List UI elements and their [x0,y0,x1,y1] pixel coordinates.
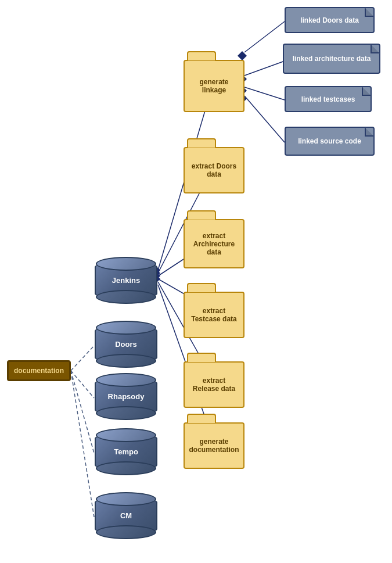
folder-extract-testcase: extract Testcase data [184,283,244,338]
folder-generate-linkage: generate linkage [184,51,244,112]
doc-linked-arch: linked architecture data [283,44,380,74]
folder-extract-arch: extract Archirecture data [184,210,244,268]
folder-extract-release: extract Release data [184,353,244,408]
cylinder-doors-label: Doors [115,340,137,349]
doc-linked-testcases-label: linked testcases [301,95,355,103]
svg-line-12 [71,371,94,453]
cylinder-rhapsody: Rhapsody [94,375,158,418]
doc-linked-source-label: linked source code [298,137,361,145]
svg-line-9 [244,96,285,142]
cylinder-jenkins: Jenkins [94,259,158,302]
folder-extract-testcase-label: extract Testcase data [184,292,244,338]
svg-line-8 [244,87,285,100]
folder-generate-doc: generate documentation [184,414,244,469]
folder-extract-arch-label: extract Archirecture data [184,219,244,268]
cylinder-doors: Doors [94,322,158,366]
svg-line-10 [71,346,94,371]
cylinder-cm: CM [94,494,158,537]
doc-linked-arch-label: linked architecture data [293,55,371,63]
svg-line-7 [244,61,285,76]
folder-extract-doors-label: extract Doors data [184,147,244,193]
cylinder-tempo: Tempo [94,430,158,474]
cylinder-rhapsody-label: Rhapsody [108,392,145,401]
svg-line-13 [71,371,94,517]
cylinder-jenkins-label: Jenkins [112,276,140,285]
cylinder-cm-label: CM [120,511,132,520]
folder-extract-release-label: extract Release data [184,361,244,408]
folder-generate-linkage-label: generate linkage [184,60,244,112]
svg-line-6 [244,21,285,52]
cylinder-tempo-label: Tempo [114,447,138,456]
doc-box-documentation: documentation [7,360,71,381]
doc-linked-doors: linked Doors data [285,7,375,33]
doc-linked-doors-label: linked Doors data [300,16,359,24]
doc-linked-testcases: linked testcases [285,86,372,112]
folder-generate-doc-label: generate documentation [184,422,244,469]
svg-line-11 [71,371,94,398]
doc-linked-source: linked source code [285,127,375,156]
folder-extract-doors: extract Doors data [184,138,244,193]
doc-box-label: documentation [14,367,64,375]
